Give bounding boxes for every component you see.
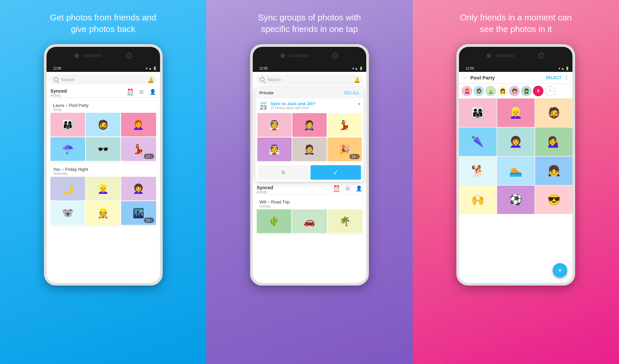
count-badge-2: 18 › bbox=[144, 218, 154, 223]
person-icon-2[interactable]: 👤 bbox=[356, 185, 362, 192]
app-screen-3: ← Pool Party SELECT ⋮ 👩‍🦰 🧔 👱‍♂️ 👩 🧑 👩‍🦱… bbox=[459, 72, 572, 283]
sync-title: Sync to Jack and Jill? bbox=[271, 101, 355, 106]
tab-label-1: Synced bbox=[50, 88, 67, 94]
private-label: Private bbox=[259, 90, 274, 95]
sync-title-bold: Jack and Jill? bbox=[287, 101, 315, 106]
photo-cell-1-2: 🧔 bbox=[86, 113, 120, 136]
date-day: 23 bbox=[259, 105, 268, 110]
bell-icon-1[interactable]: 🔔 bbox=[147, 77, 153, 82]
panel-blue: Get photos from friends and give photos … bbox=[0, 0, 206, 364]
more-button[interactable]: ⋮ bbox=[564, 75, 569, 81]
moment-from-3: Will bbox=[259, 199, 266, 204]
moment-to-2: Friday Night bbox=[65, 167, 88, 172]
panel-1-headline: Get photos from friends and give photos … bbox=[47, 12, 159, 35]
pool-grid: 👨‍👩‍👧 👱‍♀️ 🧔 🌂 👩‍🦱 💁‍♀️ 🐕 🏊 👧 🙌 ⚽ 😎 bbox=[459, 99, 572, 214]
pool-cell-3: 🧔 bbox=[535, 99, 572, 127]
photo-grid-1: 👨‍👩‍👧 🧔 👩‍🦰 ☂️ 🕶️ 💃 12 › bbox=[50, 113, 157, 162]
person-icon-1[interactable]: 👤 bbox=[149, 89, 156, 95]
clock-icon-2[interactable]: ⏰ bbox=[333, 185, 340, 192]
overlay-cell-5: 🤵 bbox=[292, 137, 327, 161]
moment-card-3: Will » Road Trip Sunday 🌵 🚗 🌴 bbox=[256, 197, 363, 234]
avatar-5: 🧑 bbox=[509, 86, 520, 96]
status-time-3: 12:00 bbox=[466, 67, 474, 70]
photo-cell-2-2: 👱‍♀️ bbox=[86, 177, 120, 200]
moment-header-2: You » Friday Night Yesterday bbox=[50, 164, 157, 177]
avatar-1: 👩‍🦰 bbox=[462, 86, 472, 96]
grid-icon-2[interactable]: ⊞ bbox=[344, 185, 351, 192]
moment-to-3: Road Trip bbox=[271, 199, 289, 204]
sync-info: Sync to Jack and Jill? 15 photos taken w… bbox=[271, 101, 355, 110]
search-placeholder-2: Search bbox=[267, 77, 351, 82]
action-buttons: ✕ ✓ bbox=[258, 165, 361, 180]
moment-date-3: Sunday bbox=[259, 204, 360, 208]
tab-synced-1[interactable]: Synced Activity bbox=[50, 88, 70, 97]
pool-cell-1: 👨‍👩‍👧 bbox=[459, 99, 496, 127]
overlay-photo-grid: 👰 🤵 💃 👰 🤵 🎉 10 › bbox=[255, 113, 364, 163]
tab-synced-2[interactable]: Synced Activity bbox=[257, 185, 276, 194]
pool-cell-7: 🐕 bbox=[459, 157, 496, 185]
photo-cell-1-3: 👩‍🦰 bbox=[121, 113, 156, 136]
tab-icons-2: ⏰ ⊞ 👤 bbox=[333, 185, 362, 194]
front-camera-right-2 bbox=[332, 53, 338, 59]
road-cell-2: 🚗 bbox=[292, 209, 327, 233]
tab-sublabel-1: Activity bbox=[50, 94, 70, 97]
clock-icon-1[interactable]: ⏰ bbox=[127, 89, 134, 95]
pool-cell-9: 👧 bbox=[535, 157, 572, 185]
search-bar-1[interactable]: Search 🔔 bbox=[50, 75, 157, 84]
fab-button[interactable]: + bbox=[553, 263, 567, 278]
pool-cell-8: 🏊 bbox=[497, 157, 535, 185]
pool-title: Pool Party bbox=[470, 75, 543, 80]
reject-button[interactable]: ✕ bbox=[258, 165, 309, 180]
pool-header: ← Pool Party SELECT ⋮ bbox=[459, 72, 572, 84]
photo-grid-3: 🌵 🚗 🌴 bbox=[256, 209, 363, 234]
overlay-cell-1: 👰 bbox=[257, 113, 292, 137]
count-badge-1: 12 › bbox=[144, 154, 154, 159]
pool-cell-5: 👩‍🦱 bbox=[497, 128, 535, 156]
app-screen-2: Search 🔔 Private SEE ALL JUN 23 Sync bbox=[253, 72, 366, 283]
grid-icon-1[interactable]: ⊞ bbox=[138, 89, 145, 95]
status-time-2: 12:00 bbox=[259, 67, 268, 70]
avatar-row: 👩‍🦰 🧔 👱‍♂️ 👩 🧑 👩‍🦱 8 + bbox=[459, 84, 572, 99]
avatar-add[interactable]: + bbox=[545, 86, 555, 96]
bell-icon-2[interactable]: 🔔 bbox=[354, 77, 359, 82]
moment-from-1: Laura bbox=[53, 103, 64, 108]
status-time-1: 12:00 bbox=[53, 67, 61, 70]
pool-cell-6: 💁‍♀️ bbox=[535, 128, 572, 156]
avatar-count: 8 bbox=[533, 86, 543, 96]
back-button[interactable]: ← bbox=[462, 75, 468, 81]
panel-pink: Only friends in a moment can see the pho… bbox=[413, 0, 619, 364]
tab-sublabel-2: Activity bbox=[257, 190, 276, 194]
see-all-btn[interactable]: SEE ALL bbox=[344, 91, 360, 95]
sync-row: JUN 23 Sync to Jack and Jill? 15 photos … bbox=[255, 99, 364, 113]
front-camera-left-3 bbox=[487, 54, 491, 58]
panel-purple: Sync groups of photos with specific frie… bbox=[206, 0, 412, 364]
moment-arrow-1: » bbox=[65, 103, 69, 108]
moment-arrow-2: » bbox=[61, 167, 65, 172]
moment-arrow-3: » bbox=[268, 199, 271, 204]
overlay-count-badge: 10 › bbox=[349, 154, 360, 159]
moment-header-3: Will » Road Trip Sunday bbox=[256, 197, 363, 209]
search-bar-2[interactable]: Search 🔔 bbox=[256, 75, 363, 84]
status-bar-1: 12:00 ▾ ▲ 🔋 bbox=[47, 65, 160, 72]
photo-cell-1-4: ☂️ bbox=[50, 137, 85, 161]
avatar-6: 👩‍🦱 bbox=[521, 86, 532, 96]
select-button[interactable]: SELECT bbox=[546, 76, 561, 80]
photo-grid-2: 🌙 👱‍♀️ 👩‍🦱 🐨 👷 🌃 18 › bbox=[50, 177, 157, 226]
tab-icons-1: ⏰ ⊞ 👤 bbox=[127, 89, 156, 97]
chevron-down-icon[interactable]: ▾ bbox=[358, 101, 360, 106]
search-icon-2 bbox=[260, 77, 265, 82]
accept-button[interactable]: ✓ bbox=[310, 165, 361, 180]
search-icon-1 bbox=[54, 77, 58, 82]
overlay-card: Private SEE ALL JUN 23 Sync to Jack and … bbox=[255, 87, 364, 182]
pool-cell-10: 🙌 bbox=[459, 186, 496, 214]
status-icons-2: ▾ ▲ 🔋 bbox=[352, 67, 363, 70]
pool-cell-12: 😎 bbox=[535, 186, 572, 214]
photo-cell-2-1: 🌙 bbox=[50, 177, 85, 200]
pool-cell-2: 👱‍♀️ bbox=[497, 99, 535, 127]
front-camera-right-3 bbox=[538, 53, 544, 59]
status-bar-2: 12:00 ▾ ▲ 🔋 bbox=[253, 65, 366, 72]
status-icons-1: ▾ ▲ 🔋 bbox=[146, 67, 156, 70]
app-screen-1: Search 🔔 Synced Activity ⏰ ⊞ 👤 Laura bbox=[47, 72, 160, 283]
avatar-3: 👱‍♂️ bbox=[485, 86, 496, 96]
moment-card-2: You » Friday Night Yesterday 🌙 👱‍♀️ 👩‍🦱 … bbox=[50, 164, 157, 226]
